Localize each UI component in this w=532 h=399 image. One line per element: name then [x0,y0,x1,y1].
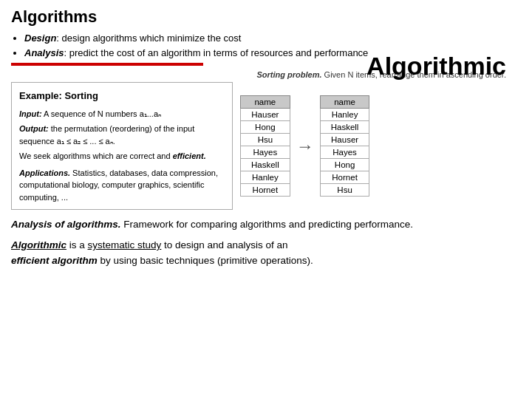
table-row: Hanley [241,171,290,184]
analysis-bold: Analysis of algorithms. [11,219,121,230]
algorithmic-underline: Algorithmic [11,239,66,250]
table-row: Hornet [320,171,369,184]
design-rest: : design algorithms which minimize the c… [56,33,241,44]
output-line: Output: the permutation (reordering) of … [19,123,225,147]
efficient-text: efficient. [173,151,206,160]
output-label: Output: [19,124,49,133]
unsorted-header: name [241,96,290,109]
efficient-algorithm: efficient algorithm [11,255,98,266]
algorithmic-heading: Algorithmic [366,52,506,81]
table-row: Hauser [241,109,290,121]
example-title: Example: Sorting [19,89,225,103]
input-label: Input: [19,109,42,118]
analysis-rest: Framework for comparing algorithms and p… [121,219,413,230]
sort-arrow: → [296,136,314,157]
table-row: Hayes [320,146,369,159]
table-row: Hayes [241,146,290,159]
page-title: Algorithms [11,7,521,27]
sorting-tables: name Hauser Hong Hsu Hayes Haskell Hanle… [240,82,521,210]
analysis-section: Analysis of algorithms. Framework for co… [11,217,521,232]
example-box: Example: Sorting Input: A sequence of N … [11,82,233,210]
unsorted-table: name Hauser Hong Hsu Hayes Haskell Hanle… [240,95,290,197]
bottom-rest1: to design and analysis of an [161,239,287,250]
seek-line: We seek algorithms which are correct and… [19,150,225,163]
red-bar [11,63,203,66]
table-row: Hong [320,159,369,171]
bottom-is-a: is a [66,239,88,250]
sorted-header: name [320,96,369,109]
bottom-paragraph: Algorithmic is a systematic study to des… [11,238,521,269]
table-row: Hong [241,121,290,134]
table-row: Hornet [241,184,290,197]
applications-line: Applications. Statistics, databases, dat… [19,167,225,204]
sorting-problem-label: Sorting problem. [257,70,322,79]
systematic-study: systematic study [88,239,162,250]
sorted-table: name Hanley Haskell Hauser Hayes Hong Ho… [320,95,370,197]
table-row: Hsu [241,134,290,146]
analysis-rest: : predict the cost of an algorithm in te… [64,47,368,58]
table-row: Hanley [320,109,369,121]
bottom-rest2: by using basic techniques (primitive ope… [98,255,313,266]
table-row: Haskell [241,159,290,171]
table-row: Hsu [320,184,369,197]
design-label: Design [24,33,56,44]
table-row: Haskell [320,121,369,134]
input-text: A sequence of N numbers a₁...aₙ [42,109,161,118]
bullet-design: Design: design algorithms which minimize… [24,31,521,46]
main-content-row: Example: Sorting Input: A sequence of N … [11,82,521,210]
table-row: Hauser [320,134,369,146]
applications-label: Applications. [19,168,70,177]
analysis-label: Analysis [24,47,64,58]
input-line: Input: A sequence of N numbers a₁...aₙ [19,108,225,120]
